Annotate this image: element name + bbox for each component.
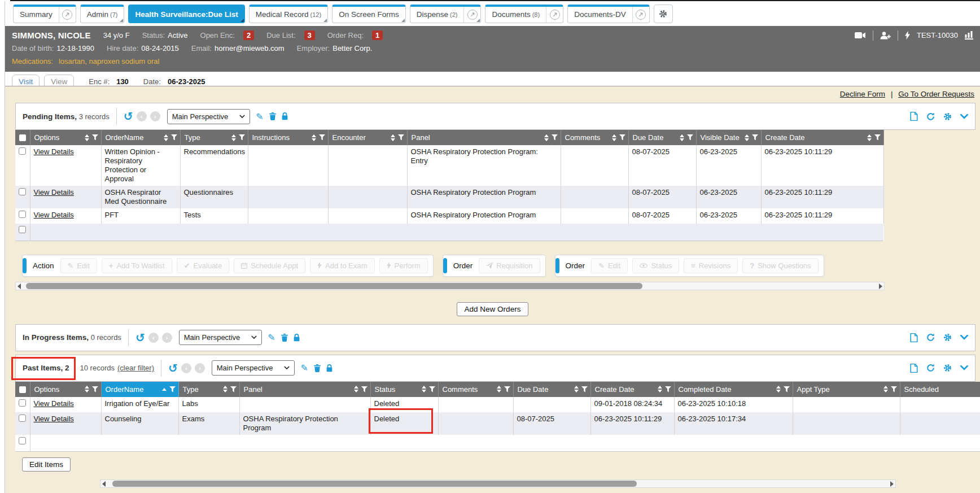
sort-icon[interactable]	[422, 386, 426, 392]
chevron-right-icon[interactable]: ›	[195, 363, 205, 373]
row-checkbox[interactable]	[19, 211, 26, 218]
clear-filter-link[interactable]: (clear filter)	[117, 364, 154, 372]
sort-icon[interactable]	[85, 134, 89, 141]
delete-perspective-icon[interactable]	[281, 334, 288, 342]
filter-icon[interactable]	[784, 386, 790, 392]
view-details-link[interactable]: View Details	[34, 147, 74, 156]
row-checkbox[interactable]	[19, 437, 26, 444]
tab-on-screen-forms[interactable]: On Screen Forms	[332, 5, 406, 23]
sort-icon[interactable]	[680, 134, 684, 141]
filter-icon[interactable]	[874, 134, 881, 141]
schedule-appt-button[interactable]: Schedule Appt	[234, 258, 305, 273]
collapse-chevron-icon[interactable]	[960, 365, 968, 370]
sort-icon[interactable]	[497, 386, 501, 392]
lock-perspective-icon[interactable]	[326, 364, 333, 372]
scrollbar-thumb[interactable]	[112, 481, 637, 487]
chevron-left-icon[interactable]: ‹	[181, 363, 191, 373]
filter-icon[interactable]	[230, 386, 237, 392]
delete-perspective-icon[interactable]	[269, 112, 276, 120]
filter-icon[interactable]	[92, 134, 98, 141]
tab-summary[interactable]: Summary	[13, 5, 76, 23]
view-details-link[interactable]: View Details	[34, 399, 74, 408]
open-enc-badge[interactable]: 2	[243, 30, 254, 40]
chevron-right-icon[interactable]: ›	[162, 333, 172, 343]
add-new-orders-button[interactable]: Add New Orders	[457, 302, 529, 316]
decline-form-link[interactable]: Decline Form	[840, 90, 885, 98]
chevron-right-icon[interactable]: ›	[150, 111, 160, 121]
row-checkbox[interactable]	[19, 399, 26, 407]
sort-icon[interactable]	[745, 134, 749, 141]
sort-asc-icon[interactable]	[162, 388, 167, 391]
tab-admin[interactable]: Admin(7)	[80, 5, 125, 23]
perspective-select[interactable]: Main Perspective	[179, 330, 262, 345]
scroll-left-arrow[interactable]	[18, 283, 21, 289]
sort-icon[interactable]	[867, 134, 872, 141]
tab-documents-dv-popout[interactable]	[632, 7, 649, 23]
perform-button[interactable]: Perform	[379, 258, 428, 273]
edit-items-button[interactable]: Edit Items	[22, 457, 71, 472]
tab-dispense[interactable]: Dispense(2)	[410, 5, 482, 23]
refresh-icon[interactable]	[926, 112, 935, 121]
sort-icon[interactable]	[883, 386, 888, 392]
order-req-badge[interactable]: 1	[372, 30, 383, 40]
refresh-icon[interactable]	[926, 333, 935, 342]
collapse-chevron-icon[interactable]	[960, 114, 968, 119]
sort-icon[interactable]	[658, 386, 662, 392]
add-to-waitlist-button[interactable]: +Add To Waitlist	[102, 258, 172, 273]
sort-icon[interactable]	[223, 386, 228, 392]
tab-documents-dv[interactable]: Documents-DV	[567, 5, 650, 23]
add-to-exam-button[interactable]: Add to Exam	[310, 258, 374, 273]
revisions-button[interactable]: ≡Revisions	[684, 258, 738, 273]
perspective-select[interactable]: Main Perspective	[167, 109, 251, 124]
sort-icon[interactable]	[164, 134, 168, 141]
tab-settings-button[interactable]	[654, 5, 673, 23]
tab-documents-popout[interactable]	[546, 7, 563, 23]
sort-icon[interactable]	[776, 386, 781, 392]
evaluate-button[interactable]: ✔Evaluate	[177, 258, 230, 273]
view-details-link[interactable]: View Details	[34, 211, 74, 219]
sort-icon[interactable]	[231, 134, 236, 141]
select-all-checkbox[interactable]	[19, 134, 26, 141]
lock-perspective-icon[interactable]	[282, 112, 288, 120]
order-edit-button[interactable]: ✎Edit	[591, 258, 628, 273]
sort-icon[interactable]	[354, 386, 358, 392]
lightning-icon[interactable]	[905, 31, 910, 40]
tab-dispense-popout[interactable]	[463, 7, 480, 23]
scroll-left-arrow[interactable]	[102, 481, 106, 487]
gear-icon[interactable]	[943, 112, 952, 121]
collapse-chevron-icon[interactable]	[960, 335, 968, 340]
sort-icon[interactable]	[544, 134, 549, 141]
filter-icon[interactable]	[581, 386, 588, 392]
row-checkbox[interactable]	[19, 226, 26, 233]
add-person-icon[interactable]	[880, 32, 891, 40]
row-checkbox[interactable]	[19, 415, 26, 422]
filter-icon[interactable]	[171, 134, 177, 141]
tab-summary-popout[interactable]	[59, 7, 76, 23]
tab-medical-record[interactable]: Medical Record(12)	[249, 5, 328, 23]
gear-icon[interactable]	[943, 333, 952, 342]
new-document-icon[interactable]	[910, 364, 918, 373]
filter-icon[interactable]	[665, 386, 671, 392]
scroll-right-arrow[interactable]	[879, 283, 882, 289]
filter-icon[interactable]	[429, 386, 435, 392]
undo-icon[interactable]: ↺	[135, 332, 145, 343]
filter-icon[interactable]	[169, 386, 176, 392]
sort-icon[interactable]	[612, 134, 616, 141]
view-details-link[interactable]: View Details	[34, 188, 74, 197]
new-document-icon[interactable]	[910, 112, 918, 121]
undo-icon[interactable]: ↺	[168, 363, 178, 374]
sort-icon[interactable]	[85, 386, 89, 392]
edit-perspective-icon[interactable]: ✎	[256, 111, 263, 122]
go-to-order-requests-link[interactable]: Go To Order Requests	[898, 90, 974, 98]
past-horizontal-scrollbar[interactable]	[100, 479, 896, 488]
video-camera-icon[interactable]	[855, 32, 866, 39]
perspective-select[interactable]: Main Perspective	[212, 360, 295, 376]
filter-icon[interactable]	[361, 386, 368, 392]
row-checkbox[interactable]	[19, 147, 26, 155]
sort-icon[interactable]	[312, 134, 316, 141]
sort-icon[interactable]	[391, 134, 395, 141]
filter-icon[interactable]	[398, 134, 404, 141]
scroll-right-arrow[interactable]	[890, 481, 894, 487]
refresh-icon[interactable]	[926, 364, 935, 372]
filter-icon[interactable]	[752, 134, 758, 141]
